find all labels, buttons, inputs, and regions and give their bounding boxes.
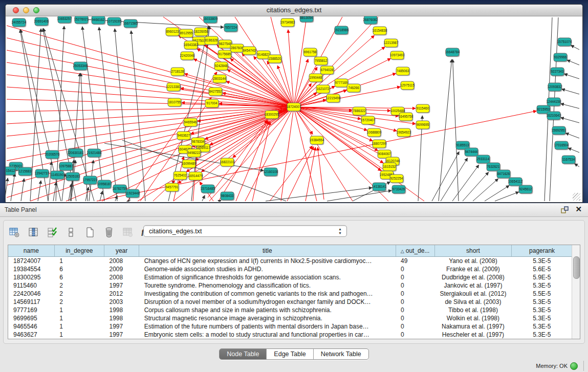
graph-node[interactable]: 8813054 xyxy=(300,16,314,23)
table-cell[interactable]: Franke et al. (2009) xyxy=(434,265,511,273)
graph-node[interactable]: 9465546 xyxy=(184,118,198,127)
table-cell[interactable]: 9699695 xyxy=(8,314,54,322)
table-cell[interactable]: 2012 xyxy=(104,290,139,298)
graph-node[interactable]: 16914479 xyxy=(188,172,203,181)
column-header-pagerank[interactable]: pagerank xyxy=(512,245,572,257)
graph-node[interactable]: 19654923 xyxy=(397,128,411,138)
graph-node[interactable]: 9227343 xyxy=(551,68,565,77)
graph-node[interactable]: 7485063 xyxy=(396,67,410,76)
column-header-title[interactable]: title xyxy=(139,245,396,257)
graph-node[interactable]: 12975115 xyxy=(400,81,415,91)
table-cell[interactable]: 2003 xyxy=(104,298,139,306)
table-row[interactable]: 1872400712008Changes of HCN gene express… xyxy=(8,257,572,266)
table-cell[interactable]: 5.3E-5 xyxy=(512,314,572,322)
table-cell[interactable]: 0 xyxy=(396,298,434,306)
table-cell[interactable]: 5.3E-5 xyxy=(512,281,572,290)
table-row[interactable]: 1456911722003Disruption of a novel membe… xyxy=(8,298,572,306)
table-cell[interactable]: 1997 xyxy=(104,281,139,290)
table-cell[interactable]: 2009 xyxy=(104,265,139,273)
table-cell[interactable]: 0 xyxy=(396,273,434,281)
graph-node[interactable]: 19218986 xyxy=(334,26,349,35)
graph-node[interactable]: 9878334 xyxy=(191,138,206,147)
table-cell[interactable]: Genome-wide association studies in ADHD. xyxy=(139,265,396,273)
graph-node[interactable]: 16671585 xyxy=(123,19,138,29)
table-cell[interactable]: 0 xyxy=(396,265,434,273)
graph-node[interactable]: 16154838 xyxy=(373,27,387,36)
table-cell[interactable]: 2008 xyxy=(104,273,139,281)
table-cell[interactable]: Disruption of a novel member of a sodium… xyxy=(139,298,396,306)
table-cell[interactable]: 22420046 xyxy=(8,290,54,298)
table-cell[interactable]: 1997 xyxy=(104,322,139,331)
table-cell[interactable]: 1 xyxy=(54,314,104,322)
graph-node[interactable]: 26876082 xyxy=(363,16,378,25)
column-header-year[interactable]: year xyxy=(104,245,139,257)
graph-node[interactable]: 12444158 xyxy=(547,98,561,107)
delete-table-icon[interactable] xyxy=(102,226,116,239)
graph-node[interactable]: 18226058 xyxy=(194,28,209,37)
table-cell[interactable]: 9463627 xyxy=(8,331,54,339)
table-cell[interactable]: 5.5E-5 xyxy=(512,290,572,298)
row-height-icon[interactable] xyxy=(64,226,78,239)
graph-node[interactable]: 11923448 xyxy=(125,189,140,199)
graph-node[interactable]: 12160108 xyxy=(264,168,278,177)
graph-node[interactable]: 8427552 xyxy=(209,87,223,97)
graph-node[interactable]: 14136141 xyxy=(372,183,387,192)
graph-node[interactable]: 2718128 xyxy=(171,68,185,77)
float-panel-icon[interactable] xyxy=(561,206,569,214)
graph-node[interactable]: 12215498 xyxy=(326,94,341,103)
graph-node[interactable]: 1215683 xyxy=(18,167,33,177)
graph-node[interactable]: 10958187 xyxy=(97,180,112,189)
table-cell[interactable]: 5.3E-5 xyxy=(512,257,572,266)
table-cell[interactable]: 5.3E-5 xyxy=(512,298,572,306)
graph-node[interactable]: 3915412 xyxy=(6,167,16,176)
graph-node[interactable]: 16495758 xyxy=(399,113,413,122)
graph-node[interactable]: 10975887 xyxy=(59,162,74,171)
graph-node[interactable]: 25053346 xyxy=(73,62,88,71)
column-header-in_degree[interactable]: in_degree xyxy=(54,245,104,257)
graph-node[interactable]: 12093832 xyxy=(548,83,562,92)
graph-node[interactable]: 10653257 xyxy=(57,16,72,24)
table-cell[interactable]: Changes of HCN gene expression and I(f) … xyxy=(139,257,396,266)
table-cell[interactable]: 1 xyxy=(54,322,104,331)
table-cell[interactable]: 6 xyxy=(54,265,104,273)
graph-node[interactable]: 2867608 xyxy=(230,44,245,53)
table-cell[interactable]: 0 xyxy=(396,290,434,298)
column-header-name[interactable]: name xyxy=(8,245,54,257)
table-cell[interactable]: Tourette syndrome. Phenomenology and cla… xyxy=(139,281,396,290)
graph-node[interactable]: 9463627 xyxy=(177,132,191,141)
table-cell[interactable]: 0 xyxy=(396,331,434,339)
table-cell[interactable]: 0 xyxy=(396,281,434,290)
table-row[interactable]: 946362711997Embryonic stem cells: a mode… xyxy=(8,331,572,339)
graph-node[interactable]: 9699695 xyxy=(416,121,430,130)
column-header-short[interactable]: short xyxy=(434,245,511,257)
select-rows-icon[interactable] xyxy=(46,226,59,239)
graph-node[interactable]: 7955812 xyxy=(314,57,329,66)
graph-node[interactable]: 9329966 xyxy=(554,53,568,62)
table-cell[interactable]: Stergiakouli et al. (2012) xyxy=(434,290,511,298)
graph-node[interactable]: 9252254 xyxy=(390,174,404,184)
graph-node[interactable]: 19734983 xyxy=(280,18,295,28)
graph-node[interactable]: 6794028 xyxy=(320,66,335,75)
graph-node[interactable]: 9474444 xyxy=(465,148,479,157)
table-selector-dropdown[interactable]: citations_edges.txt ▲▼ xyxy=(143,225,347,237)
table-cell[interactable]: Investigating the contribution of common… xyxy=(139,290,396,298)
graph-node[interactable]: 9733426 xyxy=(392,185,406,194)
window-resize-grip-icon[interactable] xyxy=(573,193,580,201)
graph-node[interactable]: 10719195 xyxy=(107,17,122,27)
table-cell[interactable]: 1 xyxy=(54,331,104,339)
table-cell[interactable]: 19384554 xyxy=(8,265,54,273)
network-view-window[interactable]: citations_edges.txt 18724007896012389129… xyxy=(5,4,583,203)
table-cell[interactable]: 9465546 xyxy=(8,322,54,331)
table-cell[interactable]: Wolkin et al. (1998) xyxy=(434,314,511,322)
table-cell[interactable]: 5.3E-5 xyxy=(512,306,572,314)
table-cell[interactable]: 18724007 xyxy=(8,257,54,266)
table-cell[interactable]: 18300295 xyxy=(8,273,54,281)
graph-node[interactable]: 12213987 xyxy=(384,39,399,48)
graph-node[interactable]: 9498222 xyxy=(187,149,202,158)
table-cell[interactable]: Corpus callosum shape and size in male p… xyxy=(139,306,396,314)
graph-node[interactable]: 1990448 xyxy=(309,74,323,83)
table-cell[interactable]: Jankovic et al. (1997) xyxy=(434,281,511,290)
table-cell[interactable]: 5.6E-5 xyxy=(512,265,572,273)
graph-node[interactable]: 9777169 xyxy=(335,79,349,88)
new-table-icon[interactable] xyxy=(83,226,97,239)
